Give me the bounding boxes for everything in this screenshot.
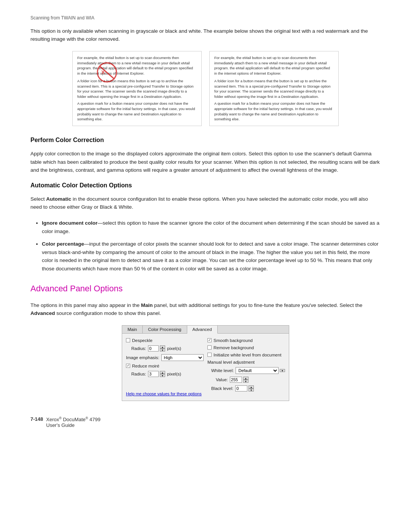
moire-radius-unit: pixel(s)	[167, 372, 181, 376]
reduce-moire-row: Reduce moiré	[126, 364, 204, 368]
tab-advanced[interactable]: Advanced	[187, 326, 218, 334]
value-spinner[interactable]: ▲ ▼	[243, 377, 249, 383]
image-emphasis-row: Image emphasis: High Normal Low	[126, 354, 204, 361]
moire-radius-spinner[interactable]: ▲ ▼	[160, 371, 165, 377]
moire-radius-label: Radius:	[131, 372, 146, 376]
footer-product-name: Xerox	[46, 417, 59, 422]
advanced-dialog: Main Color Processing Advanced Despeckle…	[122, 325, 289, 401]
image-left: For example, the eMail button is set up …	[72, 51, 202, 126]
moire-radius-up[interactable]: ▲	[160, 371, 165, 374]
footer-model: DocuMate	[63, 417, 85, 422]
bullet-color-percentage: Color percentage—input the percentage of…	[42, 240, 381, 273]
image-comparison: For example, the eMail button is set up …	[30, 51, 381, 126]
black-level-input[interactable]	[235, 385, 247, 391]
perform-color-correction-heading-text: Perform Color Correction	[30, 137, 104, 143]
footer-product-info: Xerox® DocuMate® 4799 User's Guide	[46, 416, 100, 428]
radius-row: Radius: ▲ ▼ pixel(s)	[131, 345, 204, 351]
smooth-background-row: Smooth background	[207, 338, 285, 343]
footer-guide: User's Guide	[46, 422, 75, 428]
remove-background-label: Remove background	[213, 345, 254, 350]
bullet-ignore-color: Ignore document color—select this option…	[42, 219, 381, 235]
image-emphasis-select[interactable]: High Normal Low	[161, 354, 204, 361]
radius-down[interactable]: ▼	[160, 348, 165, 351]
despeckle-checkbox[interactable]	[126, 338, 130, 342]
image-right: For example, the eMail button is set up …	[209, 51, 339, 126]
footer-page: 7-148	[30, 416, 43, 422]
white-level-select[interactable]: Default Custom	[236, 367, 279, 374]
footer-reg1: ®	[59, 416, 62, 420]
breadcrumb: Scanning from TWAIN and WIA	[30, 15, 381, 21]
advanced-panel-intro: The options in this panel may also appea…	[30, 301, 381, 318]
auto-color-bullets: Ignore document color—select this option…	[42, 219, 381, 273]
help-link-text: Help me choose values for these options	[126, 391, 202, 396]
help-link-container: Help me choose values for these options	[126, 388, 204, 396]
initialize-white-row: Initialize white level from document	[207, 353, 285, 357]
manual-level-label: Manual level adjustment	[207, 360, 255, 364]
moire-radius-input[interactable]	[148, 371, 159, 377]
radius-input[interactable]	[148, 345, 159, 351]
dialog-tab-bar: Main Color Processing Advanced	[122, 326, 289, 334]
black-level-up[interactable]: ▲	[249, 385, 254, 388]
radius-label: Radius:	[131, 346, 146, 351]
perform-color-correction-heading: Perform Color Correction	[30, 137, 381, 144]
white-level-spinner[interactable]: ▼	[280, 369, 285, 372]
auto-color-detection-heading: Automatic Color Detection Options	[30, 182, 381, 189]
svg-text:X: X	[101, 69, 105, 75]
dialog-left-column: Despeckle Radius: ▲ ▼ pixel(s) Image emp…	[126, 338, 204, 396]
despeckle-label: Despeckle	[132, 338, 153, 343]
image-emphasis-label: Image emphasis:	[126, 355, 159, 360]
black-level-label: Black level:	[211, 386, 233, 391]
black-level-spinner[interactable]: ▲ ▼	[249, 385, 254, 391]
moire-radius-row: Radius: ▲ ▼ pixel(s)	[131, 371, 204, 377]
auto-color-detection-heading-text: Automatic Color Detection Options	[30, 182, 132, 189]
value-up[interactable]: ▲	[243, 377, 249, 380]
smooth-background-checkbox[interactable]	[207, 338, 212, 342]
remove-background-checkbox[interactable]	[207, 345, 212, 350]
manual-level-row: Manual level adjustment	[207, 360, 285, 364]
initialize-white-checkbox[interactable]	[207, 353, 212, 357]
value-row: Value: ▲ ▼	[216, 377, 285, 383]
img-right-p1: For example, the eMail button is set up …	[214, 55, 334, 76]
reduce-moire-checkbox[interactable]	[126, 364, 130, 368]
white-level-down[interactable]: ▼	[280, 369, 285, 372]
dialog-content: Despeckle Radius: ▲ ▼ pixel(s) Image emp…	[122, 334, 289, 401]
reduce-moire-label: Reduce moiré	[132, 364, 159, 368]
white-level-label: White level:	[211, 368, 234, 373]
footer-reg2: ®	[86, 416, 88, 420]
tab-color-processing-label: Color Processing	[148, 327, 182, 332]
value-input[interactable]	[230, 377, 242, 383]
value-label: Value:	[216, 377, 228, 382]
footer: 7-148 Xerox® DocuMate® 4799 User's Guide	[30, 416, 381, 428]
white-level-row: White level: Default Custom ▼	[211, 367, 285, 374]
tab-color-processing[interactable]: Color Processing	[143, 326, 187, 333]
initialize-white-label: Initialize white level from document	[213, 353, 281, 357]
value-down[interactable]: ▼	[243, 380, 249, 383]
footer-model-num: 4799	[89, 417, 100, 422]
perform-color-correction-body: Apply color correction to the image so t…	[30, 151, 380, 173]
intro-paragraph: This option is only available when scann…	[30, 27, 381, 43]
remove-background-row: Remove background	[207, 345, 285, 350]
smooth-background-label: Smooth background	[213, 338, 253, 343]
img-right-p2: A folder icon for a button means that th…	[214, 78, 334, 99]
radius-up[interactable]: ▲	[160, 345, 165, 348]
tab-main[interactable]: Main	[122, 326, 143, 333]
img-right-p3: A question mark for a button means your …	[214, 101, 334, 122]
radius-unit: pixel(s)	[167, 346, 181, 351]
moire-radius-down[interactable]: ▼	[160, 374, 165, 377]
auto-color-intro: Select Automatic in the document source …	[30, 195, 381, 211]
despeckle-row: Despeckle	[126, 338, 204, 343]
radius-spinner[interactable]: ▲ ▼	[160, 345, 165, 351]
black-level-row: Black level: ▲ ▼	[211, 385, 285, 391]
perform-color-correction-text: Apply color correction to the image so t…	[30, 150, 381, 174]
red-watermark-icon: X	[96, 62, 118, 83]
img-left-p3: A question mark for a button means your …	[77, 101, 197, 122]
advanced-panel-heading: Advanced Panel Options	[30, 284, 381, 294]
tab-main-label: Main	[127, 327, 137, 332]
dialog-right-column: Smooth background Remove background Init…	[207, 338, 285, 396]
intro-text: This option is only available when scann…	[30, 28, 368, 42]
advanced-panel-heading-text: Advanced Panel Options	[30, 284, 123, 293]
help-link[interactable]: Help me choose values for these options	[126, 391, 202, 396]
tab-advanced-label: Advanced	[193, 327, 212, 332]
black-level-down[interactable]: ▼	[249, 388, 254, 391]
breadcrumb-text: Scanning from TWAIN and WIA	[30, 15, 94, 21]
